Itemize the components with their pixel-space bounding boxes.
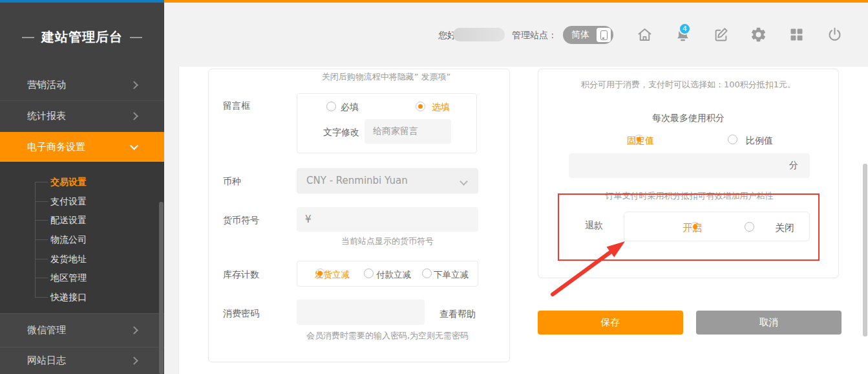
stock-ship-deduct-label[interactable]: 发货立减 <box>315 269 350 281</box>
language-switch-pill[interactable]: 简体 <box>563 26 613 44</box>
fixed-value-label[interactable]: 固定值 <box>627 135 654 147</box>
currency-symbol-hint: 当前站点显示的货币符号 <box>297 236 478 247</box>
sidebar-item-label: 统计报表 <box>27 110 66 122</box>
currency-symbol-label: 货币符号 <box>223 215 259 226</box>
invoice-hint: 关闭后购物流程中将隐藏” 发票项” <box>291 71 482 83</box>
max-points-input[interactable]: 分 <box>569 153 810 178</box>
logout-power-icon[interactable] <box>826 26 843 43</box>
points-unit-suffix: 分 <box>789 160 798 171</box>
subitem-label: 配送设置 <box>50 215 87 225</box>
apps-grid-icon[interactable] <box>788 26 805 43</box>
currency-label: 币种 <box>223 176 241 188</box>
subitem-label: 交易设置 <box>50 177 87 187</box>
sidebar-subitem-payment-settings[interactable]: 支付设置 <box>0 192 164 211</box>
title-dash-left <box>22 37 34 38</box>
subitem-label: 支付设置 <box>50 196 87 206</box>
sidebar-subitem-region-management[interactable]: 地区管理 <box>0 268 164 287</box>
app-title-text: 建站管理后台 <box>41 28 123 46</box>
sidebar-item-label: 营销活动 <box>27 79 66 91</box>
currency-select[interactable]: CNY - Renminbi Yuan <box>297 168 478 193</box>
admin-page: 建站管理后台 营销活动 统计报表 电子商务设置 交易设置 支付设置 配送设置 物… <box>0 0 868 374</box>
chevron-right-icon <box>130 112 138 120</box>
sidebar-topbar-accent <box>0 0 164 3</box>
sidebar-item-statistics[interactable]: 统计报表 <box>0 101 164 132</box>
chevron-right-icon <box>130 81 138 89</box>
redacted-username <box>453 28 505 41</box>
subitem-label: 发货地址 <box>50 254 87 264</box>
sidebar-item-label: 电子商务设置 <box>27 141 85 153</box>
home-icon[interactable] <box>636 26 653 43</box>
max-points-label: 每次最多使用积分 <box>544 113 832 124</box>
sidebar-item-ecommerce-settings[interactable]: 电子商务设置 <box>0 132 164 162</box>
settings-gear-icon[interactable] <box>750 26 767 43</box>
tree-tick <box>35 278 48 278</box>
subitem-label: 快递接口 <box>50 292 87 302</box>
message-optional-radio[interactable] <box>416 102 425 111</box>
annotation-arrow <box>545 235 635 300</box>
chevron-down-icon <box>130 142 138 150</box>
message-text-input[interactable] <box>365 119 451 144</box>
content-gutter <box>164 67 179 374</box>
sidebar-subitem-express-api[interactable]: 快递接口 <box>0 287 164 307</box>
stock-order-deduct-label[interactable]: 下单立减 <box>434 269 469 281</box>
stock-pay-deduct-radio[interactable] <box>364 269 374 278</box>
tree-tick <box>35 259 48 259</box>
ratio-value-label[interactable]: 比例值 <box>746 135 773 147</box>
points-hint: 积分可用于消费，支付时可以选择如：100积分抵扣1元。 <box>544 79 832 91</box>
tree-tick <box>35 220 48 221</box>
tree-tick <box>35 182 48 182</box>
sidebar-item-site-log[interactable]: 网站日志 <box>0 347 164 374</box>
subitem-label: 地区管理 <box>50 272 87 283</box>
sidebar-subitem-delivery-settings[interactable]: 配送设置 <box>0 210 164 230</box>
stock-order-deduct-radio[interactable] <box>422 269 432 278</box>
notification-count-badge: 4 <box>679 23 691 35</box>
mobile-preview-icon[interactable] <box>597 28 611 42</box>
consume-password-input[interactable] <box>297 300 425 325</box>
sidebar-subitem-trade-settings[interactable]: 交易设置 <box>0 172 164 192</box>
ratio-value-radio[interactable] <box>728 135 737 144</box>
chevron-right-icon <box>130 326 138 335</box>
stock-count-label: 库存计数 <box>223 269 259 281</box>
manage-site-label: 管理站点： <box>512 30 557 41</box>
sidebar-scrollbar-thumb[interactable] <box>159 202 164 374</box>
chevron-right-icon <box>130 357 138 365</box>
sidebar-item-wechat[interactable]: 微信管理 <box>0 313 164 347</box>
message-required-radio[interactable] <box>326 102 336 111</box>
subitem-label: 物流公司 <box>50 234 87 245</box>
currency-select-value: CNY - Renminbi Yuan <box>306 175 408 186</box>
view-help-link[interactable]: 查看帮助 <box>439 309 476 320</box>
stock-pay-deduct-label[interactable]: 付款立减 <box>376 269 411 281</box>
tree-tick <box>35 297 48 298</box>
language-label: 简体 <box>571 29 589 41</box>
save-button[interactable]: 保存 <box>538 311 683 335</box>
sidebar-subitem-logistics-company[interactable]: 物流公司 <box>0 230 164 249</box>
cancel-button[interactable]: 取消 <box>696 311 842 335</box>
sidebar-subitem-shipping-address[interactable]: 发货地址 <box>0 249 164 269</box>
sidebar-item-marketing[interactable]: 营销活动 <box>0 70 164 101</box>
message-required-label[interactable]: 必填 <box>341 102 359 113</box>
message-box-label: 留言框 <box>223 100 250 112</box>
consume-password-label: 消费密码 <box>223 308 259 320</box>
edit-icon[interactable] <box>712 26 730 43</box>
page-scrollbar-thumb[interactable] <box>863 164 867 336</box>
tree-tick <box>35 239 48 240</box>
sidebar-item-label: 网站日志 <box>27 355 66 367</box>
sidebar-item-label: 微信管理 <box>27 324 66 336</box>
currency-symbol-input[interactable] <box>297 207 478 232</box>
title-dash-right <box>130 37 142 38</box>
text-edit-label: 文字修改 <box>323 127 359 138</box>
chevron-down-icon <box>460 177 468 186</box>
message-optional-label[interactable]: 选填 <box>432 102 450 113</box>
consume-password-hint: 会员消费时需要的输入密码,为空则无需密码 <box>297 330 478 342</box>
app-title: 建站管理后台 <box>0 28 164 46</box>
tree-tick <box>35 201 48 202</box>
